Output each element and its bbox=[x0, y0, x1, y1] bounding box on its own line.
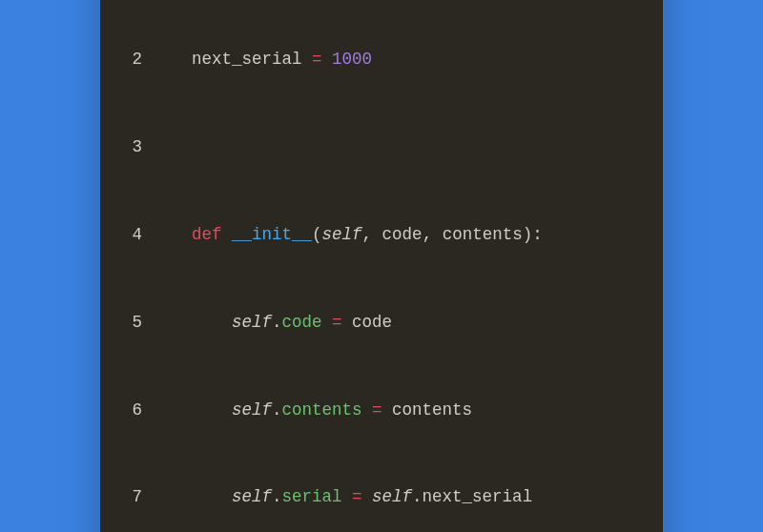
code-line: 4 def __init__(self, code, contents): bbox=[121, 220, 642, 250]
line-number: 3 bbox=[121, 133, 142, 162]
param-self: self bbox=[322, 220, 362, 250]
attribute: code bbox=[282, 308, 322, 338]
line-number: 2 bbox=[121, 45, 142, 74]
attribute: serial bbox=[282, 482, 342, 512]
line-number: 7 bbox=[121, 482, 142, 512]
number-literal: 1000 bbox=[332, 45, 372, 74]
line-number: 6 bbox=[121, 396, 142, 425]
code-line: 6 self.contents = contents bbox=[121, 396, 642, 425]
code-editor: 1class ShippingContainer: 2 next_serial … bbox=[121, 0, 642, 532]
code-line: 7 self.serial = self.next_serial bbox=[121, 482, 642, 512]
attribute: contents bbox=[282, 396, 362, 425]
keyword-def: def bbox=[192, 220, 222, 250]
code-line: 5 self.code = code bbox=[121, 308, 642, 338]
function-name: __init__ bbox=[232, 220, 312, 250]
line-number: 5 bbox=[121, 308, 142, 338]
param: code bbox=[382, 220, 423, 250]
code-line: 2 next_serial = 1000 bbox=[121, 45, 642, 74]
code-window: 1class ShippingContainer: 2 next_serial … bbox=[100, 0, 663, 532]
line-number: 4 bbox=[121, 220, 142, 250]
class-attr: next_serial bbox=[192, 45, 302, 74]
code-line: 3 bbox=[121, 133, 642, 162]
param: contents bbox=[443, 220, 523, 250]
